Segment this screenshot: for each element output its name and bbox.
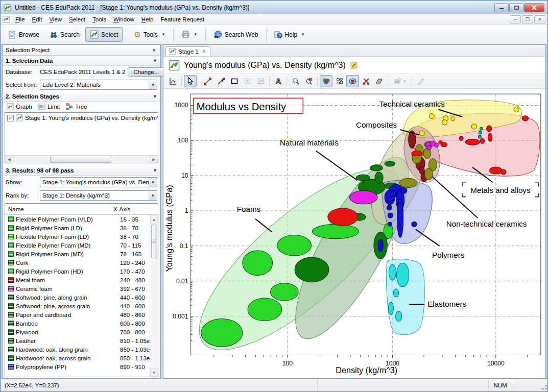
region-label[interactable]: Polymers <box>432 251 465 259</box>
tools-button[interactable]: ⚙ Tools ▼ <box>129 28 170 41</box>
material-bubble[interactable] <box>393 289 398 297</box>
combo-arrow-icon[interactable]: ▼ <box>149 178 157 187</box>
material-bubble[interactable] <box>313 224 359 238</box>
stages-list[interactable]: ✓ Stage 1: Young's modulus (GPa) vs. Den… <box>5 112 158 163</box>
menu-edit[interactable]: Edit <box>29 15 46 23</box>
menu-file[interactable]: File <box>12 15 29 23</box>
menu-tools[interactable]: Tools <box>89 15 110 23</box>
results-vertical-scrollbar[interactable]: ▲ ▼ <box>150 215 158 377</box>
scroll-left-arrow[interactable]: ◀ <box>5 156 13 163</box>
material-bubble[interactable] <box>419 131 424 136</box>
section-selection-data[interactable]: 1. Selection Data ▼ <box>3 56 160 66</box>
region-label[interactable]: Modulus vs Density <box>197 101 287 112</box>
table-row[interactable]: Flexible Polymer Foam (MD)70 - 115 <box>5 241 158 250</box>
scrollbar-thumb[interactable] <box>50 156 111 163</box>
edit-note-icon[interactable] <box>350 61 358 69</box>
table-row[interactable]: Cork120 - 240 <box>5 258 158 267</box>
section-selection-stages[interactable]: 2. Selection Stages ▼ <box>3 91 160 102</box>
table-row[interactable]: Flexible Polymer Foam (LD)38 - 70 <box>5 232 158 241</box>
column-header-x-axis[interactable]: X-Axis <box>110 206 149 212</box>
material-bubble[interactable] <box>429 114 434 119</box>
select-cursor-button[interactable] <box>184 75 197 87</box>
material-bubble[interactable] <box>271 283 299 301</box>
table-row[interactable]: Metal foam240 - 480 <box>5 276 158 284</box>
help-button[interactable]: ? Help ▼ <box>270 28 310 42</box>
material-bubble[interactable] <box>478 135 481 138</box>
add-text-button[interactable]: A <box>272 75 284 87</box>
material-bubble[interactable] <box>295 257 329 282</box>
chart-settings-button[interactable] <box>166 75 179 87</box>
select-from-dropdown[interactable]: Edu Level 2: Materials ▼ <box>40 80 157 90</box>
material-bubble[interactable] <box>501 169 506 175</box>
material-bubble[interactable] <box>400 178 417 187</box>
region-label[interactable]: Composites <box>356 120 397 129</box>
material-bubble[interactable] <box>479 131 482 134</box>
table-row[interactable]: Leather810 - 1.05e3 <box>5 336 158 345</box>
table-row[interactable]: Rigid Polymer Foam (LD)36 - 70 <box>5 224 158 232</box>
material-bubble[interactable] <box>427 145 431 150</box>
annotate-pencil-button[interactable] <box>414 75 427 87</box>
material-bubble[interactable] <box>388 213 393 218</box>
material-bubble[interactable] <box>370 165 383 171</box>
section-results[interactable]: 3. Results: 98 of 98 pass ▼ <box>3 165 160 176</box>
remove-materials-button[interactable] <box>360 75 372 87</box>
material-bubble[interactable] <box>442 120 447 125</box>
show-dropdown[interactable]: Stage 1: Young's modulus (GPa) vs. Densi… <box>40 177 157 187</box>
clear-selection-button[interactable] <box>254 75 267 87</box>
material-bubble[interactable] <box>388 222 392 226</box>
scroll-up-arrow[interactable]: ▲ <box>150 215 158 224</box>
table-row[interactable]: Hardwood: oak, across grain850 - 1.13e3 <box>5 354 158 362</box>
table-row[interactable]: Polypropylene (PP)890 - 910 <box>5 362 158 371</box>
material-bubble[interactable] <box>375 172 383 183</box>
print-button[interactable]: ▼ <box>177 28 202 41</box>
region-label[interactable]: Non-technical ceramics <box>446 219 527 228</box>
material-bubble[interactable] <box>248 298 282 321</box>
menu-select[interactable]: Select <box>65 15 89 23</box>
table-row[interactable]: Softwood: pine, across grain440 - 600 <box>5 302 158 310</box>
change-database-button[interactable]: Change... <box>128 67 164 77</box>
chart-mdi-icon[interactable] <box>3 16 10 23</box>
box-selection-button[interactable] <box>228 75 241 87</box>
graph-stage-button[interactable]: Graph <box>7 103 32 110</box>
material-bubble[interactable] <box>349 190 377 204</box>
material-bubble[interactable] <box>471 124 476 129</box>
find-materials-button[interactable]: ▼ <box>390 75 410 87</box>
material-bubble[interactable] <box>387 205 392 210</box>
mdi-minimize-button[interactable]: – <box>510 15 521 23</box>
material-bubble[interactable] <box>388 302 393 314</box>
menu-feature-request[interactable]: Feature Request <box>157 15 208 23</box>
table-row[interactable]: Rigid Polymer Foam (MD)78 - 165 <box>5 250 158 258</box>
material-bubble[interactable] <box>514 107 519 112</box>
stage-list-item[interactable]: ✓ Stage 1: Young's modulus (GPa) vs. Den… <box>5 113 158 123</box>
material-bubble[interactable] <box>490 167 502 174</box>
material-bubble[interactable] <box>522 116 528 121</box>
scroll-right-arrow[interactable]: ▶ <box>150 156 158 163</box>
scrollbar-thumb[interactable] <box>151 225 157 258</box>
search-button[interactable]: Search <box>45 28 84 42</box>
chevron-down-icon[interactable]: ▼ <box>153 58 157 63</box>
material-bubble[interactable] <box>451 117 455 121</box>
browse-button[interactable]: Browse <box>4 28 44 42</box>
material-bubble[interactable] <box>459 136 463 140</box>
panel-close-icon[interactable]: × <box>151 47 157 53</box>
region-label[interactable]: Elastomers <box>427 300 466 308</box>
material-bubble[interactable] <box>389 264 396 280</box>
region-label[interactable]: Foams <box>237 205 261 213</box>
region-label[interactable]: Technical ceramics <box>379 100 445 108</box>
material-bubble[interactable] <box>395 311 401 321</box>
plain-materials-button[interactable] <box>333 75 346 87</box>
material-bubble[interactable] <box>465 139 480 145</box>
scroll-down-arrow[interactable]: ▼ <box>150 369 158 377</box>
line-selection-button[interactable] <box>201 75 214 87</box>
rank-by-dropdown[interactable]: Stage 1: Density (kg/m^3) ▼ <box>40 190 157 201</box>
minimize-button[interactable] <box>494 3 509 12</box>
limit-stage-button[interactable]: Limit <box>38 103 60 110</box>
material-bubble[interactable] <box>396 263 409 287</box>
resize-grip[interactable] <box>540 379 547 391</box>
material-bubble[interactable] <box>397 199 403 238</box>
zoom-off-button[interactable] <box>302 75 315 87</box>
mdi-restore-button[interactable]: ❐ <box>522 15 533 23</box>
chevron-down-icon[interactable]: ▼ <box>153 168 157 173</box>
material-bubble[interactable] <box>480 138 484 143</box>
chevron-down-icon[interactable]: ▼ <box>153 94 157 99</box>
